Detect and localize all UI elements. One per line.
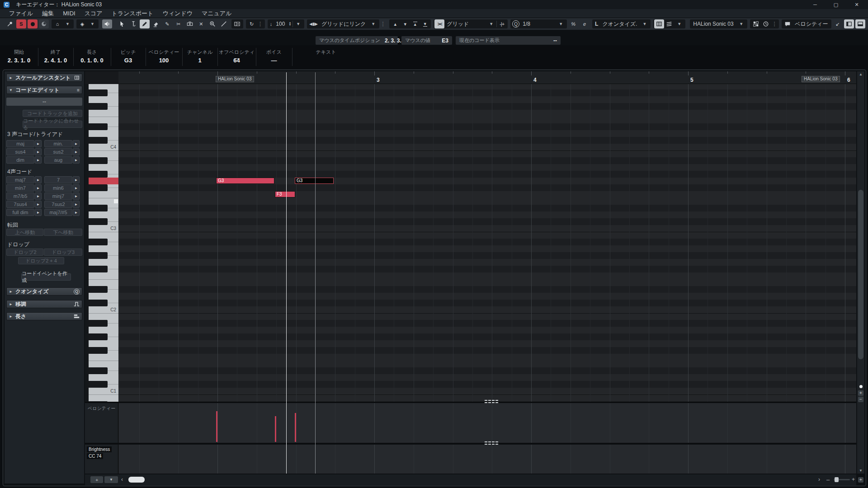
black-key[interactable] (89, 333, 108, 340)
draw-tool[interactable] (140, 19, 150, 28)
black-key[interactable] (89, 300, 108, 306)
tetrad-play-arrow-button[interactable]: ► (73, 201, 80, 208)
section-chord-editing[interactable]: ▼ コードエディット ≡ (6, 86, 82, 94)
piano-keyboard[interactable]: C4C3C2C1 (89, 84, 118, 402)
create-chord-event-button[interactable]: コードイベントを作成 (21, 273, 71, 281)
acoustic-feedback-button[interactable] (39, 19, 49, 28)
mute-tool[interactable]: ✕ (196, 19, 206, 28)
link-to-grid-value[interactable]: グリッドにリンク (319, 20, 368, 28)
section-scale-assistant[interactable]: ► スケールアシスタント (6, 74, 82, 82)
select-tool[interactable] (117, 19, 127, 28)
zoom-tool[interactable] (208, 19, 217, 28)
part-flag-right[interactable]: HALion Sonic 03 (802, 76, 840, 82)
tetrad-play-arrow-button[interactable]: ► (73, 209, 80, 216)
tetrad-play-arrow-button[interactable]: ► (35, 209, 42, 216)
edited-part-value[interactable]: HALion Sonic 03 (691, 21, 736, 27)
erase-tool[interactable] (151, 19, 161, 28)
menu-item-0[interactable]: ファイル (9, 9, 33, 18)
triad-play-arrow-button[interactable]: ► (73, 156, 80, 164)
menu-item-3[interactable]: スコア (85, 9, 103, 18)
line-tool[interactable] (219, 19, 229, 28)
zoom-in-button[interactable]: + (852, 476, 855, 483)
triad-sus2-button[interactable]: sus2 (44, 148, 72, 155)
move-up-button[interactable]: ▴ (390, 19, 400, 28)
info-field-1[interactable]: 終了2. 4. 1. 0 (38, 45, 73, 69)
minimize-button[interactable]: ─ (805, 0, 825, 9)
scroll-down-arrow[interactable]: ▼ (859, 469, 863, 473)
insert-velocity-dropdown[interactable]: ▼ (293, 19, 303, 28)
pitch-visibility-dropdown[interactable]: ▼ (62, 19, 73, 28)
triad-maj-button[interactable]: maj (6, 140, 34, 147)
tetrad-7-button[interactable]: 7 (44, 176, 72, 183)
split-tool[interactable]: ✂ (174, 19, 184, 28)
length-quantize-value[interactable]: クオンタイズ. (600, 20, 639, 28)
part-editing-mode-button[interactable]: ◈ (77, 19, 87, 28)
scroll-up-arrow[interactable]: ▲ (859, 72, 863, 76)
black-key[interactable] (89, 347, 108, 354)
horizontal-scrollbar-thumb[interactable] (128, 477, 145, 483)
info-field-3[interactable]: ピッチG3 (111, 45, 146, 69)
info-field-5[interactable]: チャンネル1 (182, 45, 217, 69)
quantize-preset-value[interactable]: 1/8 (520, 21, 556, 27)
solo-editor-button[interactable]: S (16, 19, 26, 28)
iterative-quantize-button[interactable]: % (568, 19, 578, 28)
tetrad-minj7-button[interactable]: minj7 (44, 192, 72, 200)
glue-tool[interactable] (185, 19, 195, 28)
black-key[interactable] (89, 157, 108, 164)
triad-dim-button[interactable]: dim (6, 156, 34, 164)
black-key[interactable] (89, 171, 108, 178)
vertical-zoom-in-button[interactable]: + (858, 390, 863, 396)
info-field-4[interactable]: ベロシティー100 (146, 45, 182, 69)
tetrad-m7b5-button[interactable]: m7/b5 (6, 192, 34, 200)
zoom-out-button[interactable]: ‒ (826, 476, 830, 483)
midi-note[interactable]: F3 (275, 191, 295, 197)
drop2-button[interactable]: ドロップ2 (6, 249, 43, 256)
info-field-6[interactable]: オフベロシティー64 (217, 45, 256, 69)
triad-play-arrow-button[interactable]: ► (73, 140, 80, 147)
scroll-left-arrow[interactable]: ‹ (121, 476, 123, 483)
event-colors-value[interactable]: ベロシティー (793, 20, 830, 28)
pin-editor-button[interactable] (5, 19, 15, 28)
horizontal-zoom-thumb[interactable] (835, 477, 839, 482)
step-input-dropdown[interactable]: ▼ (674, 19, 684, 28)
event-colors-button[interactable] (783, 19, 793, 28)
vertical-zoom-dot[interactable] (859, 385, 863, 388)
velocity-lane[interactable] (118, 403, 856, 443)
info-field-0[interactable]: 開始2. 3. 1. 0 (0, 45, 38, 69)
triad-sus4-button[interactable]: sus4 (6, 148, 34, 155)
tetrad-7sus2-button[interactable]: 7sus2 (44, 201, 72, 208)
triad-min-button[interactable]: min. (44, 140, 72, 147)
trim-tool[interactable] (128, 19, 138, 28)
quantize-settings-button[interactable]: e (580, 19, 590, 28)
triad-play-arrow-button[interactable]: ► (35, 156, 42, 164)
inversion-down-button[interactable]: 下へ移動 (44, 229, 82, 236)
snap-on-off-button[interactable]: >< (434, 19, 444, 28)
move-up-octave-button[interactable]: ▲ (410, 19, 420, 28)
controller-lane-presets-button[interactable]: ▼ (104, 476, 118, 483)
show-part-borders-button[interactable] (751, 19, 761, 28)
lane-resize-handle[interactable] (485, 400, 498, 403)
black-key[interactable] (89, 205, 108, 211)
velocity-bar[interactable] (275, 416, 276, 442)
menu-item-6[interactable]: マニュアル (202, 9, 232, 18)
triad-play-arrow-button[interactable]: ► (35, 148, 42, 155)
velocity-bar[interactable] (216, 411, 217, 442)
show-lower-zone-button[interactable] (855, 19, 865, 28)
section-quantize[interactable]: ► クオンタイズ Q (6, 287, 82, 296)
add-chord-track-button[interactable]: コードトラックを追加 (23, 110, 82, 117)
lane-divider[interactable] (85, 443, 856, 444)
tetrad-play-arrow-button[interactable]: ► (35, 192, 42, 200)
black-key[interactable] (89, 103, 108, 110)
info-field-8[interactable]: テキスト (292, 45, 360, 69)
tetrad-maj75-button[interactable]: maj7/#5 (44, 209, 72, 216)
black-key[interactable] (89, 252, 108, 259)
tetrad-play-arrow-button[interactable]: ► (73, 192, 80, 200)
vertical-scrollbar-thumb[interactable] (858, 190, 863, 359)
triad-aug-button[interactable]: aug (44, 156, 72, 164)
step-input-button[interactable] (654, 19, 664, 28)
match-chord-track-button[interactable]: コードトラックに合わせる (23, 121, 82, 128)
info-field-7[interactable]: ボイス— (256, 45, 292, 69)
independent-loop-button[interactable]: ↻ (247, 19, 257, 28)
velocity-stepper[interactable]: ▲▼ (287, 22, 292, 26)
drop3-button[interactable]: ドロップ3 (44, 249, 82, 256)
